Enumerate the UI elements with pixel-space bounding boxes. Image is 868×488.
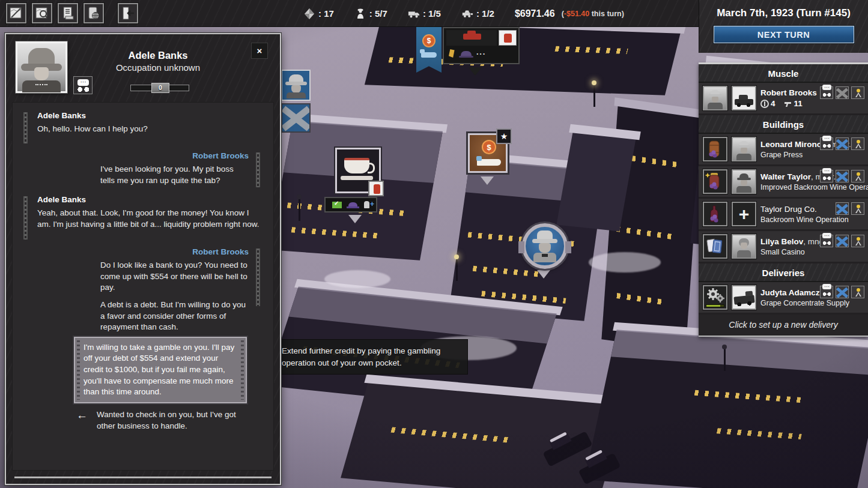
resource-stats: : 17 : 5/7 : 1/5 : 1/2 $6971.46 (-$51.40… [303,0,624,27]
territory-icon [303,8,315,20]
locate-person-icon[interactable] [851,286,864,298]
playing-cards-icon [703,234,727,259]
money-banner-marker[interactable]: $ [416,27,442,73]
dialog-option-leave[interactable]: ← Wanted to check in on you, but I've go… [76,409,244,432]
filmstrip-decoration [256,152,260,187]
talk-icon[interactable] [820,86,833,99]
next-turn-button[interactable]: NEXT TURN [714,26,854,43]
delivery-progress-bar [706,304,724,307]
ledger-button[interactable] [58,3,78,23]
back-arrow-icon: ← [76,409,90,432]
npc-name: Adele Banks [72,50,244,61]
coin-icon: $ [422,34,436,47]
locate-person-icon[interactable] [851,86,864,99]
adele-banks-portrait [16,41,67,93]
option-tooltip: Extend further credit by paying the gamb… [273,339,468,375]
star-badge-icon: ★ [496,128,512,144]
conversation-log: Adele Banks Oh, hello. How can I help yo… [12,102,274,471]
conversation-header: Adele Banks Occupation unknown ··· 0 × [6,34,280,100]
player-message: Robert Brooks Do I look like a bank to y… [23,247,263,333]
coffee-cup-icon [344,158,369,173]
hand-icon [421,52,437,58]
crossed-flag-marker[interactable] [281,103,311,133]
relationship-slider[interactable]: 0 [130,85,189,91]
building-row-grape-press[interactable]: Leonard Mironov, mngr. Grape Press [699,134,868,166]
exit-button[interactable] [118,3,138,23]
map-search-button[interactable] [32,3,52,23]
filmstrip-decoration [256,249,260,306]
grab-hand-icon[interactable] [368,181,384,196]
vehicle-stat: : 1/2 [461,8,494,20]
vehicle-icon [461,8,473,20]
talk-icon[interactable] [820,235,833,247]
money-amount: $6971.46 [515,8,555,19]
close-icon[interactable]: × [251,43,268,59]
gun-icon [784,100,792,108]
building-row-improved-wine[interactable]: Walter Taylor, mngr. Improved Backroom W… [699,166,868,199]
new-delivery-button[interactable]: Click to set up a new delivery [699,315,868,336]
barrel-icon [703,137,727,161]
robert-brooks-map-marker[interactable] [522,223,568,269]
chat-bubble-icon[interactable]: ··· [73,76,93,94]
filmstrip-decoration [23,196,28,239]
dismiss-cross-icon[interactable] [836,86,849,99]
building-row-small-casino[interactable]: Lilya Belov, mngr. Small Casino [699,231,868,264]
recruit-person-icon [364,201,369,208]
coffee-shop-status-icons[interactable] [324,197,377,212]
building-row-backroom-wine[interactable]: + Taylor Drug Co. Backroom Wine Operatio… [699,199,868,231]
coffee-shop-marker[interactable] [335,148,381,193]
building-block [365,22,681,95]
truck-stat: : 1/5 [408,8,441,20]
right-sidebar: Muscle Robert Brooks 4 11 [699,62,868,337]
adele-banks-map-marker[interactable] [281,70,311,101]
portrait-thumbnail [732,137,756,161]
money-delta: (-$51.40 this turn) [562,10,624,18]
cash-icon [760,100,769,108]
car-icon [463,34,481,40]
hand-icon [477,159,501,166]
assign-cross-icon[interactable] [836,137,849,150]
hat-icon [348,202,357,207]
talk-icon[interactable] [820,137,833,150]
hat-icon [461,51,472,56]
dialog-option-extend-credit[interactable]: I'm willing to take a gamble on you. I'l… [74,337,247,403]
locate-person-icon[interactable] [851,202,864,215]
message-check-icon [332,202,342,208]
car-thumbnail [732,86,756,110]
contacts-book-button[interactable] [83,3,104,23]
locate-person-icon[interactable] [851,235,864,247]
section-header-muscle: Muscle [699,64,868,83]
building-action-popup[interactable]: ··· [443,27,520,64]
wine-bottle-icon [703,202,727,226]
assign-cross-icon[interactable] [836,170,849,182]
toolbar [6,3,138,23]
assign-cross-icon[interactable] [836,286,849,298]
section-header-buildings: Buildings [699,115,868,134]
street-lamp [724,348,726,371]
crew-stat: : 5/7 [354,8,387,20]
muscle-row-robert-brooks[interactable]: Robert Brooks 4 11 [699,83,868,115]
portrait-thumbnail [703,86,727,110]
coin-icon: $ [482,140,496,154]
map-notes-button[interactable] [6,3,26,23]
talk-icon[interactable] [820,170,833,182]
grab-hand-icon[interactable] [499,30,517,46]
assign-manager-plus[interactable]: + [732,202,756,226]
npc-message: Adele Banks Oh, hello. How can I help yo… [23,111,263,143]
hat-woman-portrait [287,73,306,98]
muscle-stats: 4 11 [760,99,864,108]
relationship-value[interactable]: 0 [151,83,169,93]
locate-person-icon[interactable] [851,170,864,182]
street-lamp [299,198,300,221]
truck-thumbnail [732,285,756,310]
jar-icon [703,169,727,194]
more-dots-icon: ··· [476,49,486,58]
assign-cross-icon[interactable] [836,202,849,215]
assign-cross-icon[interactable] [836,235,849,247]
delivery-row-grape-concentrate[interactable]: Judyta Adamczyk Grape Concentrate Supply [699,282,868,315]
talk-icon[interactable] [820,286,833,298]
locate-person-icon[interactable] [851,137,864,150]
game-screen: $ ··· $ ★ [0,0,868,488]
turn-panel: March 7th, 1923 (Turn #145) NEXT TURN [699,0,868,53]
truck-icon [408,8,420,20]
